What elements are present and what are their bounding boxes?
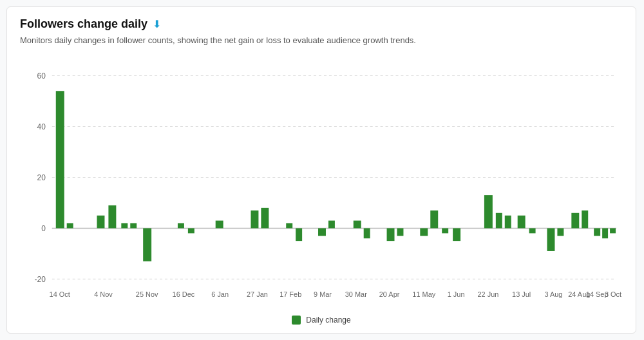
svg-text:13 Jul: 13 Jul (512, 290, 531, 298)
svg-text:25 Nov: 25 Nov (136, 290, 158, 298)
bar (364, 229, 370, 239)
bar (453, 229, 460, 241)
svg-text:1 Jun: 1 Jun (448, 290, 465, 298)
bar (67, 223, 73, 229)
svg-text:22 Jun: 22 Jun (477, 290, 498, 298)
svg-text:11 May: 11 May (412, 290, 435, 298)
bar (594, 229, 600, 236)
chart-legend: Daily change (20, 316, 623, 325)
download-icon[interactable]: ⬇ (153, 18, 161, 30)
bar (216, 221, 223, 229)
chart-area: 60 40 20 0 -20 (20, 55, 623, 313)
svg-text:27 Jan: 27 Jan (247, 290, 268, 298)
bar (130, 223, 137, 229)
svg-text:40: 40 (37, 122, 46, 131)
chart-container: Followers change daily ⬇ Monitors daily … (6, 6, 636, 334)
svg-text:17 Feb: 17 Feb (279, 290, 301, 298)
chart-description: Monitors daily changes in follower count… (20, 35, 623, 46)
bar (178, 223, 184, 229)
bar (261, 208, 269, 229)
bar (296, 229, 302, 241)
svg-text:6 Jan: 6 Jan (211, 290, 229, 298)
svg-text:20 Apr: 20 Apr (379, 290, 400, 298)
bar (557, 229, 564, 236)
svg-text:9 Mar: 9 Mar (314, 290, 332, 298)
bar (529, 229, 536, 234)
chart-svg: 60 40 20 0 -20 (20, 55, 623, 313)
svg-text:3 Oct: 3 Oct (605, 290, 622, 298)
bar (143, 229, 151, 261)
bar (251, 211, 258, 229)
bar (108, 205, 116, 229)
bar (496, 213, 502, 229)
chart-header: Followers change daily ⬇ (20, 17, 623, 31)
legend-color-box (292, 316, 301, 325)
chart-title: Followers change daily (20, 17, 147, 31)
bar (56, 91, 64, 228)
svg-text:-20: -20 (35, 274, 46, 283)
bar (121, 223, 128, 229)
svg-text:20: 20 (37, 173, 46, 182)
bar (430, 211, 438, 229)
bar (484, 195, 493, 228)
bar (354, 221, 361, 229)
bar (318, 229, 326, 236)
bar (328, 221, 335, 229)
svg-text:16 Dec: 16 Dec (173, 290, 195, 298)
bar (571, 213, 579, 229)
svg-text:4 Nov: 4 Nov (94, 290, 113, 298)
bar (286, 223, 292, 229)
bar (518, 216, 526, 229)
bar (420, 229, 428, 236)
svg-text:14 Oct: 14 Oct (50, 290, 71, 298)
bar (505, 216, 511, 229)
bar (602, 229, 608, 239)
bar (387, 229, 395, 241)
bar (582, 211, 588, 229)
svg-text:30 Mar: 30 Mar (345, 290, 367, 298)
bar (610, 229, 616, 234)
bar (442, 229, 448, 234)
bar (188, 229, 194, 234)
svg-text:3 Aug: 3 Aug (544, 290, 562, 298)
legend-label: Daily change (306, 316, 350, 325)
bar (397, 229, 403, 236)
bar (547, 229, 555, 252)
bar (97, 216, 104, 229)
svg-text:0: 0 (41, 224, 46, 233)
svg-text:60: 60 (37, 71, 46, 80)
